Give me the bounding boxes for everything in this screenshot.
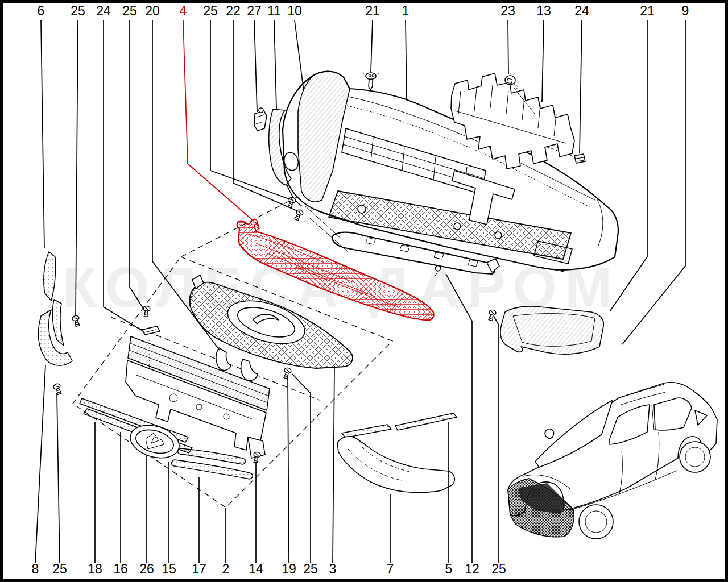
rear-wheel (680, 442, 710, 472)
callout-number-15-bottom-5: 15 (162, 562, 176, 576)
callout-number-21-top-11: 21 (365, 3, 380, 18)
callout-number-10-top-10: 10 (287, 3, 302, 18)
absorber-clip-part (574, 154, 585, 163)
callout-number-17-bottom-6: 17 (192, 562, 206, 576)
callout-number-24-top-15: 24 (574, 3, 589, 18)
callout-number-25-top-3: 25 (122, 3, 137, 18)
callout-number-2-bottom-7: 2 (222, 562, 230, 576)
front-wheel (579, 505, 613, 539)
callout-number-19-bottom-9: 19 (282, 562, 296, 576)
callout-number-23-top-13: 23 (500, 3, 515, 18)
leader-line-23-top-13 (508, 20, 508, 74)
callout-number-4-top-5: 4 (180, 3, 187, 18)
callout-number-6-top-0: 6 (38, 3, 45, 18)
callout-number-25-bottom-15: 25 (491, 562, 506, 576)
parts-diagram-page: КОЛЕСА ДАРОМ (0, 0, 728, 582)
callout-number-25-top-6: 25 (203, 3, 218, 18)
callout-number-14-bottom-8: 14 (249, 562, 263, 576)
callout-number-16-bottom-3: 16 (113, 562, 128, 576)
callout-number-22-top-7: 22 (226, 3, 241, 18)
callout-number-25-top-1: 25 (71, 3, 85, 18)
callout-number-9-top-17: 9 (682, 3, 689, 18)
callout-number-5-bottom-13: 5 (445, 562, 453, 576)
callout-number-24-top-2: 24 (96, 3, 111, 18)
fog-lamp-grille-part (500, 306, 603, 354)
callout-number-1-top-12: 1 (402, 3, 410, 18)
callout-number-25-bottom-1: 25 (52, 562, 67, 576)
callout-number-21-top-16: 21 (640, 3, 655, 18)
callout-number-20-top-4: 20 (145, 3, 160, 18)
callout-number-26-bottom-4: 26 (139, 562, 154, 576)
callout-number-25-bottom-10: 25 (303, 562, 318, 576)
callout-number-7-bottom-12: 7 (387, 562, 394, 576)
callout-number-3-bottom-11: 3 (329, 562, 337, 576)
callout-number-8-bottom-0: 8 (32, 562, 39, 576)
callout-number-11-top-9: 11 (267, 3, 281, 18)
exploded-diagram-canvas: КОЛЕСА ДАРОМ (0, 0, 728, 582)
callout-number-18-bottom-2: 18 (88, 562, 102, 576)
callout-number-12-bottom-14: 12 (465, 562, 479, 576)
callout-number-27-top-8: 27 (247, 3, 262, 18)
callout-number-13-top-14: 13 (536, 3, 551, 18)
